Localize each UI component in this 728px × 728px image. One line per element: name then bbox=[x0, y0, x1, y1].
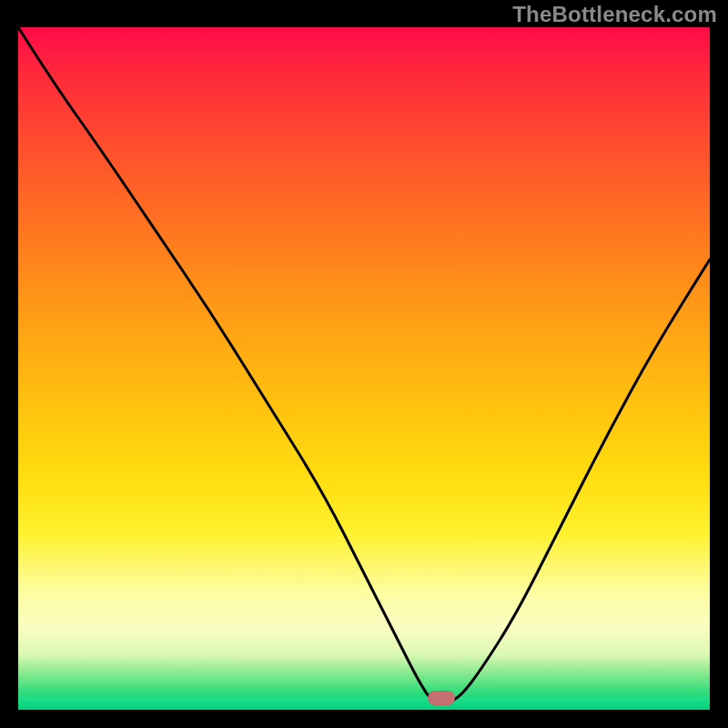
chart-plot-area bbox=[18, 27, 710, 710]
bottleneck-marker bbox=[428, 691, 455, 705]
bottleneck-curve bbox=[18, 27, 710, 710]
watermark-text: TheBottleneck.com bbox=[512, 2, 717, 27]
